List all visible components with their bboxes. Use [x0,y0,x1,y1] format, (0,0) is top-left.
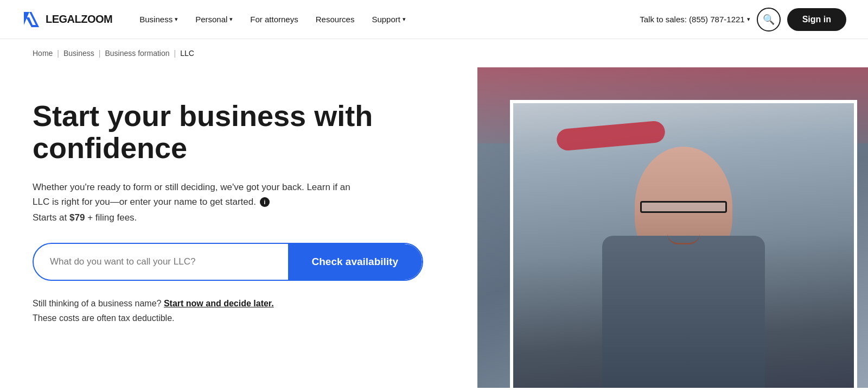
breadcrumb-home[interactable]: Home [33,49,53,58]
main-nav: LEGALZOOM Business ▾ Personal ▾ For atto… [0,0,868,39]
chevron-down-icon: ▾ [175,16,178,23]
search-icon: 🔍 [763,14,775,26]
footer-thinking-text: Still thinking of a business name? Start… [33,296,445,311]
llc-name-input[interactable] [34,244,288,280]
chevron-down-icon: ▾ [747,16,750,23]
breadcrumb-separator: | [174,49,176,58]
glasses-shape [640,201,727,213]
chevron-down-icon: ▾ [229,16,233,23]
nav-right: Talk to sales: (855) 787-1221 ▾ 🔍 Sign i… [640,8,846,32]
chevron-down-icon: ▾ [403,16,406,23]
search-button[interactable]: 🔍 [757,8,781,32]
signin-button[interactable]: Sign in [787,8,846,31]
hero-subtitle: Whether you're ready to form or still de… [33,180,358,209]
breadcrumb-business[interactable]: Business [63,49,94,58]
logo-icon [22,10,41,29]
hero-image [477,67,868,388]
hero-content: Start your business with confidence Whet… [0,67,477,388]
nav-for-attorneys[interactable]: For attorneys [242,10,305,28]
breadcrumb-separator: | [57,49,59,58]
info-icon[interactable]: i [260,197,270,207]
nav-business[interactable]: Business ▾ [132,10,186,28]
breadcrumb: Home | Business | Business formation | L… [0,39,868,67]
hero-title: Start your business with confidence [33,100,401,165]
inner-photo [510,100,857,388]
breadcrumb-current: LLC [180,49,194,58]
nav-links: Business ▾ Personal ▾ For attorneys Reso… [132,10,640,28]
main-content: Start your business with confidence Whet… [0,67,868,388]
start-now-link[interactable]: Start now and decide later. [164,299,274,308]
check-availability-button[interactable]: Check availability [288,244,422,280]
shirt-shape [602,236,765,388]
breadcrumb-separator: | [99,49,101,58]
breadcrumb-formation[interactable]: Business formation [105,49,169,58]
nav-personal[interactable]: Personal ▾ [188,10,240,28]
talk-to-sales[interactable]: Talk to sales: (855) 787-1221 ▾ [640,15,750,24]
nav-resources[interactable]: Resources [308,10,362,28]
logo-text: LEGALZOOM [46,13,112,26]
hero-price: Starts at $79 + filing fees. [33,212,445,223]
nav-support[interactable]: Support ▾ [364,10,413,28]
footer-note-text: These costs are often tax deductible. [33,311,445,325]
logo-link[interactable]: LEGALZOOM [22,10,112,29]
hero-footer: Still thinking of a business name? Start… [33,296,445,325]
llc-search-bar: Check availability [33,243,423,281]
